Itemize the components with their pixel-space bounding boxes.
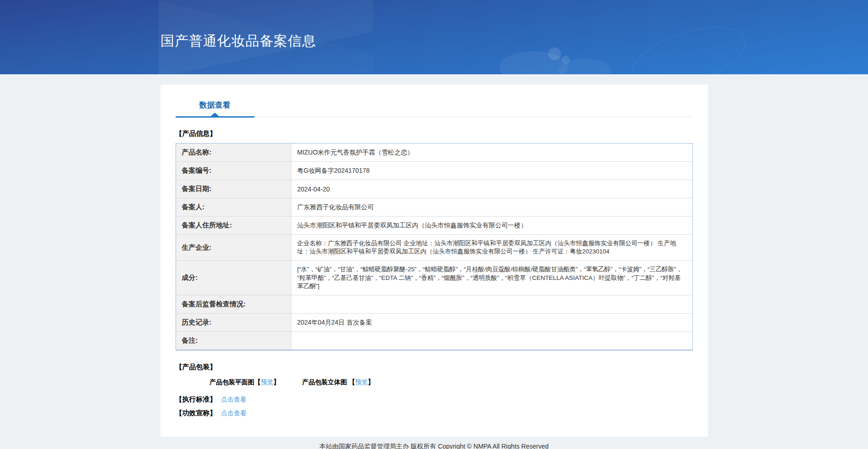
tab-bar: 数据查看: [176, 85, 693, 117]
field-label: 历史记录:: [176, 314, 291, 332]
table-row-product-name: 产品名称: MIZUO米作元气香氛护手霜（雪松之恋）: [176, 144, 692, 162]
table-row-history: 历史记录: 2024年04月24日 首次备案: [176, 314, 692, 332]
efficacy-claim-view-link[interactable]: 点击查看: [221, 409, 247, 418]
packaging-stereo-preview-link[interactable]: 预览: [355, 378, 368, 386]
field-label: 备案编号:: [176, 162, 291, 180]
field-value: [“水”，“矿油”，“甘油”，“鲸蜡硬脂醇聚醚-25”，“鲸蜡硬脂醇”，“月桂酸…: [291, 261, 692, 295]
packaging-flat-preview-link[interactable]: 预览: [261, 378, 274, 386]
packaging-flat-label: 产品包装平面图: [210, 378, 255, 386]
field-label: 备案日期:: [176, 180, 291, 198]
exec-standard-view-link[interactable]: 点击查看: [221, 396, 247, 404]
section-title-product-info: 【产品信息】: [176, 129, 693, 138]
header-decoration-dot: [562, 56, 570, 64]
product-info-table-wrap: 产品名称: MIZUO米作元气香氛护手霜（雪松之恋） 备案编号: 粤G妆网备字2…: [176, 143, 693, 351]
page-title: 国产普通化妆品备案信息: [161, 32, 316, 51]
header-decoration-dot: [548, 47, 561, 60]
table-row-filer: 备案人: 广东雅西子化妆品有限公司: [176, 198, 692, 217]
field-value: MIZUO米作元气香氛护手霜（雪松之恋）: [291, 144, 692, 162]
field-value: 粤G妆网备字2024170178: [291, 162, 692, 180]
page: 国产普通化妆品备案信息 数据查看 【产品信息】 产品名称: MIZUO米作元气香…: [0, 0, 868, 449]
product-info-table: 产品名称: MIZUO米作元气香氛护手霜（雪松之恋） 备案编号: 粤G妆网备字2…: [176, 143, 693, 351]
tab-active-underline: [176, 116, 255, 118]
table-row-supervision: 备案后监督检查情况:: [176, 295, 692, 314]
table-row-filing-date: 备案日期: 2024-04-20: [176, 180, 692, 198]
bracket-close: 】: [368, 378, 374, 386]
field-label: 备注:: [176, 332, 291, 351]
section-title-packaging: 【产品包装】: [176, 363, 693, 372]
field-value: 企业名称：广东雅西子化妆品有限公司 企业地址：汕头市潮阳区和平镇和平居委双凤加工…: [291, 235, 692, 261]
packaging-flat-item: 产品包装平面图【预览】: [210, 378, 280, 387]
header-banner: 国产普通化妆品备案信息: [0, 0, 868, 74]
field-value: [291, 332, 692, 351]
tab-data-view-label: 数据查看: [199, 101, 230, 109]
bracket-open: 【: [348, 378, 355, 386]
field-value: 广东雅西子化妆品有限公司: [291, 198, 692, 217]
header-decoration-blob: [559, 58, 611, 74]
packaging-stereo-label: 产品包装立体图: [302, 378, 349, 386]
field-value: 汕头市潮阳区和平镇和平居委双凤加工区内（汕头市恒鑫服饰实业有限公司一楼）: [291, 217, 692, 235]
field-label: 备案后监督检查情况:: [176, 295, 291, 314]
tab-active-caret-icon: [211, 113, 219, 116]
field-value: [291, 295, 692, 314]
bracket-open: 【: [255, 378, 261, 386]
packaging-row: 产品包装平面图【预览】 产品包装立体图 【预览】: [210, 378, 693, 387]
packaging-stereo-item: 产品包装立体图 【预览】: [302, 378, 374, 387]
field-label: 成分:: [176, 261, 291, 295]
header-decoration-blob: [499, 51, 568, 74]
field-label: 生产企业:: [176, 235, 291, 261]
table-row-ingredients: 成分: [“水”，“矿油”，“甘油”，“鲸蜡硬脂醇聚醚-25”，“鲸蜡硬脂醇”，…: [176, 261, 692, 295]
efficacy-claim-row: 【功效宣称】 点击查看: [176, 409, 693, 418]
table-row-filer-address: 备案人住所地址: 汕头市潮阳区和平镇和平居委双凤加工区内（汕头市恒鑫服饰实业有限…: [176, 217, 692, 235]
table-row-manufacturer: 生产企业: 企业名称：广东雅西子化妆品有限公司 企业地址：汕头市潮阳区和平镇和平…: [176, 235, 692, 261]
content-card: 数据查看 【产品信息】 产品名称: MIZUO米作元气香氛护手霜（雪松之恋） 备…: [161, 85, 708, 437]
exec-standard-label: 【执行标准】: [176, 395, 217, 404]
tab-data-view[interactable]: 数据查看: [176, 100, 255, 117]
field-value: 2024年04月24日 首次备案: [291, 314, 692, 332]
field-label: 备案人住所地址:: [176, 217, 291, 235]
bracket-close: 】: [274, 378, 280, 386]
table-row-filing-number: 备案编号: 粤G妆网备字2024170178: [176, 162, 692, 180]
exec-standard-row: 【执行标准】 点击查看: [176, 395, 693, 404]
field-label: 备案人:: [176, 198, 291, 217]
efficacy-claim-label: 【功效宣称】: [176, 409, 217, 418]
footer-copyright: 本站由国家药品监督管理局主办 版权所有 Copyright © NMPA All…: [0, 437, 868, 449]
table-row-remarks: 备注:: [176, 332, 692, 351]
header-decoration-swoosh: [624, 15, 753, 74]
field-label: 产品名称:: [176, 144, 291, 162]
field-value: 2024-04-20: [291, 180, 692, 198]
